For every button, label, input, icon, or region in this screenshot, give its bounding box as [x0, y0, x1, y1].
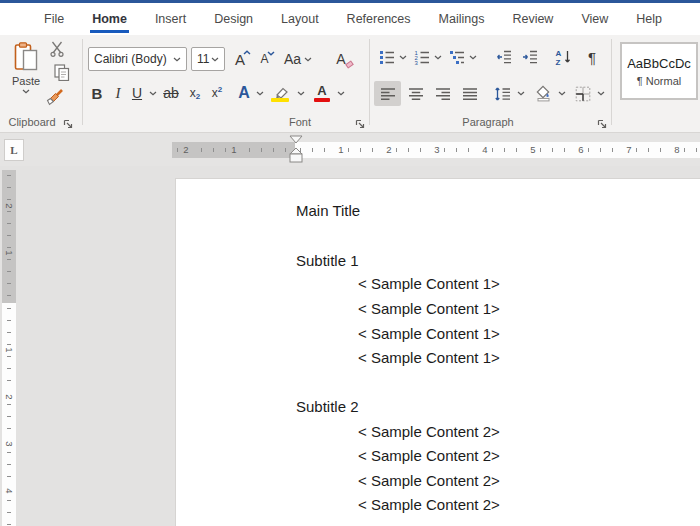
- cut-button[interactable]: [47, 39, 67, 59]
- superscript-button[interactable]: x2: [206, 81, 228, 105]
- justify-button[interactable]: [457, 81, 483, 106]
- font-size-value: 11: [197, 52, 211, 66]
- caret-up-icon: [243, 50, 251, 55]
- tab-view[interactable]: View: [567, 3, 622, 35]
- font-color-chevron[interactable]: [337, 91, 345, 96]
- indent-icon: [522, 49, 538, 65]
- multilevel-chevron[interactable]: [469, 55, 477, 60]
- doc-content-line: < Sample Content 1>: [358, 300, 500, 317]
- font-name-combobox[interactable]: Calibri (Body): [88, 47, 187, 71]
- scissors-icon: [50, 41, 64, 57]
- clear-formatting-button[interactable]: A: [326, 47, 356, 71]
- doc-main-title: Main Title: [296, 202, 360, 219]
- ribbon-tab-bar: File Home Insert Design Layout Reference…: [0, 3, 700, 35]
- text-highlight-button[interactable]: [268, 81, 294, 105]
- bold-button[interactable]: B: [86, 81, 108, 105]
- tab-references[interactable]: References: [333, 3, 425, 35]
- font-group-label: Font: [270, 116, 330, 128]
- chevron-down-icon: [304, 57, 312, 62]
- eraser-icon: [345, 60, 354, 68]
- bullets-chevron[interactable]: [399, 55, 407, 60]
- tab-selector[interactable]: L: [4, 139, 24, 161]
- shading-button[interactable]: [531, 81, 556, 106]
- align-left-button[interactable]: [374, 81, 401, 106]
- clipboard-dialog-launcher[interactable]: [62, 118, 74, 130]
- bullet-list-icon: [379, 49, 395, 65]
- style-normal-card[interactable]: AaBbCcDc ¶ Normal: [620, 42, 698, 100]
- underline-menu-chevron[interactable]: [149, 91, 157, 96]
- tab-mailings[interactable]: Mailings: [425, 3, 499, 35]
- line-spacing-icon: [494, 86, 511, 102]
- svg-text:A: A: [555, 49, 561, 58]
- shading-chevron[interactable]: [558, 91, 566, 96]
- font-color-button[interactable]: A: [310, 81, 334, 105]
- sort-button[interactable]: A Z: [550, 45, 576, 69]
- doc-content-line: < Sample Content 1>: [358, 349, 500, 366]
- vruler-margin-segment: 2 1: [2, 170, 16, 303]
- line-spacing-chevron[interactable]: [517, 91, 525, 96]
- highlight-chevron[interactable]: [297, 91, 305, 96]
- underline-button[interactable]: U: [127, 81, 147, 105]
- italic-button[interactable]: I: [109, 81, 127, 105]
- paragraph-dialog-launcher[interactable]: [596, 118, 608, 130]
- show-marks-button[interactable]: ¶: [581, 45, 603, 69]
- clipboard-group-label: Clipboard: [6, 116, 58, 128]
- change-case-button[interactable]: Aa: [281, 47, 315, 71]
- tab-design[interactable]: Design: [200, 3, 267, 35]
- doc-content-line: < Sample Content 1>: [358, 275, 500, 292]
- sort-az-icon: A Z: [555, 49, 572, 66]
- group-separator: [82, 39, 83, 125]
- borders-icon: [575, 86, 591, 102]
- numbering-chevron[interactable]: [434, 55, 442, 60]
- multilevel-list-button[interactable]: [446, 45, 468, 69]
- style-preview-text: AaBbCcDc: [627, 56, 691, 71]
- font-size-combobox[interactable]: 11: [191, 47, 225, 71]
- align-center-icon: [408, 86, 424, 102]
- vruler-ticks: [2, 170, 16, 303]
- paste-button[interactable]: Paste: [5, 42, 47, 112]
- bullets-button[interactable]: [376, 45, 398, 69]
- numbering-button[interactable]: 1 2 3: [411, 45, 433, 69]
- doc-content-line: < Sample Content 2>: [358, 447, 500, 464]
- tab-home[interactable]: Home: [78, 3, 141, 35]
- tab-insert[interactable]: Insert: [141, 3, 200, 35]
- align-right-button[interactable]: [430, 81, 456, 106]
- document-page[interactable]: Main Title Subtitle 1 < Sample Content 1…: [175, 178, 700, 526]
- indent-marker[interactable]: [289, 135, 303, 164]
- highlight-color-bar: [271, 98, 289, 102]
- vertical-ruler: 2 1 1 2 3 4: [2, 170, 16, 526]
- increase-indent-button[interactable]: [518, 45, 542, 69]
- tab-review[interactable]: Review: [498, 3, 567, 35]
- hruler-ticks: [295, 142, 700, 158]
- shrink-font-button[interactable]: A: [253, 47, 276, 71]
- doc-content-line: < Sample Content 1>: [358, 325, 500, 342]
- align-center-button[interactable]: [403, 81, 429, 106]
- doc-subtitle-1: Subtitle 1: [296, 252, 359, 269]
- strikethrough-button[interactable]: ab: [158, 81, 184, 105]
- grow-font-button[interactable]: A: [228, 47, 252, 71]
- copy-button[interactable]: [51, 61, 73, 83]
- font-color-bar: [314, 98, 330, 102]
- borders-chevron[interactable]: [597, 91, 605, 96]
- format-painter-button[interactable]: [43, 85, 67, 109]
- text-effects-chevron[interactable]: [256, 91, 264, 96]
- svg-text:Z: Z: [555, 58, 560, 66]
- align-left-icon: [380, 86, 396, 102]
- multilevel-list-icon: [449, 49, 465, 65]
- font-name-value: Calibri (Body): [94, 52, 173, 66]
- outdent-icon: [496, 49, 512, 65]
- font-dialog-launcher[interactable]: [354, 118, 366, 130]
- tab-layout[interactable]: Layout: [267, 3, 333, 35]
- doc-content-line: < Sample Content 2>: [358, 423, 500, 440]
- tab-file[interactable]: File: [30, 3, 78, 35]
- subscript-button[interactable]: x2: [184, 81, 206, 105]
- word-window: File Home Insert Design Layout Reference…: [0, 0, 700, 526]
- text-effects-button[interactable]: A: [233, 81, 255, 105]
- line-spacing-button[interactable]: [489, 81, 515, 106]
- hruler-margin-segment: 2 1: [172, 142, 295, 158]
- borders-button[interactable]: [570, 81, 595, 106]
- tab-help[interactable]: Help: [622, 3, 676, 35]
- paint-bucket-icon: [535, 85, 552, 102]
- ribbon: Paste Clipb: [0, 35, 700, 133]
- decrease-indent-button[interactable]: [492, 45, 516, 69]
